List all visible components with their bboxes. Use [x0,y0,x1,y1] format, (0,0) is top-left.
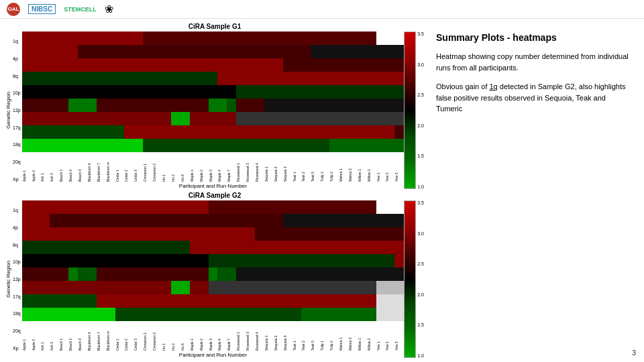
heatmap-cell [385,308,394,321]
gal-logo: GAL [7,3,20,16]
heatmap-cell [358,241,367,254]
heatmap-cell [22,125,32,139]
heatmap-cell [236,125,246,139]
heatmap-cell [152,267,162,281]
heatmap-cell [236,72,246,85]
x-axis-label: Blackthorn m [106,154,115,182]
heatmap-cell [40,32,50,45]
x-axis-label: Sequoia 3 [283,154,292,182]
heatmap-cell [59,267,68,281]
heatmap-cell [171,294,180,308]
heatmap-cell [133,112,143,125]
heatmap-cell [274,125,283,139]
heatmap-cell [32,254,41,267]
heatmap-cell [190,85,199,99]
x-axis-label: Teak 2 [301,322,311,351]
heatmap-cell [292,200,302,214]
heatmap-cell [376,254,386,267]
heatmap-cell [59,308,68,321]
heatmap-cell [190,241,199,254]
heatmap-cell [97,294,106,308]
heatmap-cell [385,72,394,85]
heatmap-cell [78,227,87,241]
heatmap-cell [227,241,236,254]
heatmap-cell [199,294,209,308]
x-axis-label: Blackthorn 5 [87,322,97,351]
heatmap-cell [283,241,292,254]
heatmap-cell [87,72,97,85]
heatmap-cell [133,254,143,267]
heatmap-cell [199,200,209,214]
heatmap-cell [227,45,236,58]
heatmap2-container: CiRA Sample G2 Genetic Region 1q 4p 8q 1… [5,192,424,358]
heatmap-cell [97,45,106,58]
heatmap-cell [115,241,125,254]
x-axis-label: Blackthorn 5 [87,154,97,182]
heatmap-cell [292,112,302,125]
heatmap-cell [385,281,394,294]
heatmap-cell [50,45,59,58]
heatmap-cell [106,254,115,267]
heatmap-cell [22,308,32,321]
heatmap-cell [59,214,68,227]
heatmap-cell [171,125,180,139]
heatmap-cell [40,308,50,321]
heatmap-cell [22,281,32,294]
heatmap-cell [40,112,50,125]
heatmap-row [22,308,404,321]
heatmap-cell [255,45,264,58]
heatmap-cell [180,281,190,294]
heatmap-cell [97,214,106,227]
x-axis-label: Iris 6 [180,322,190,351]
heatmap-cell [59,227,68,241]
heatmap-cell [143,72,152,85]
heatmap-cell [50,125,59,139]
heatmap-cell [227,58,236,72]
heatmap-cell [367,112,376,125]
heatmap-cell [78,214,87,227]
heatmap-cell [236,267,246,281]
heatmap-cell [311,308,320,321]
heatmap-cell [394,85,404,99]
heatmap-cell [320,112,329,125]
heatmap-cell [162,58,171,72]
heatmap-cell [292,241,302,254]
heatmap-cell [283,267,292,281]
flower-icon: ❀ [105,3,113,15]
heatmap-cell [50,139,59,152]
heatmap-cell [22,32,32,45]
heatmap-cell [68,125,78,139]
heatmap-cell [264,294,274,308]
heatmap-cell [87,99,97,112]
heatmap-cell [376,241,386,254]
heatmap-cell [152,308,162,321]
x-axis-label: Maple 4 [217,154,227,182]
x-axis-label: Cinnamon 2 [152,154,162,182]
heatmap-cell [162,125,171,139]
heatmap-cell [348,214,358,227]
heatmap-cell [217,227,227,241]
heatmap-cell [246,139,255,152]
heatmap-cell [329,45,339,58]
heatmap-cell [320,267,329,281]
heatmap-cell [358,214,367,227]
heatmap-cell [217,72,227,85]
heatmap-cell [283,294,292,308]
heatmap-cell [227,267,236,281]
heatmap-cell [162,72,171,85]
x-axis-label: Willow 1 [358,154,367,182]
heatmap-cell [124,200,133,214]
x-axis-label: Apple 2 [32,322,41,351]
heatmap-cell [124,32,133,45]
heatmap-row [22,267,404,281]
heatmap-cell [124,58,133,72]
heatmap-cell [115,294,125,308]
heatmap-cell [246,85,255,99]
heatmap-cell [367,241,376,254]
heatmap-cell [68,254,78,267]
heatmap-cell [301,72,311,85]
heatmap-cell [236,200,246,214]
heatmap-cell [22,72,32,85]
heatmap-cell [385,241,394,254]
heatmap-cell [59,58,68,72]
